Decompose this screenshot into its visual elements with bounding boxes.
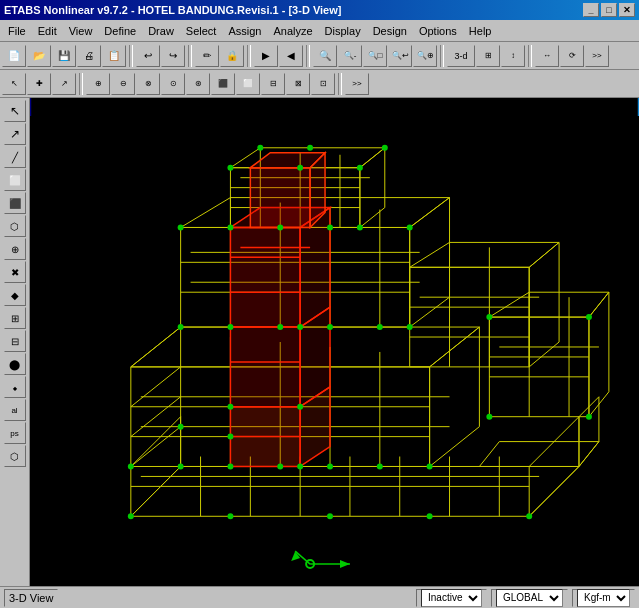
toolbar-row2: ↖ ✚ ↗ ⊕ ⊖ ⊗ ⊙ ⊛ ⬛ ⬜ ⊟ ⊠ ⊡ >> — [0, 70, 639, 98]
menu-analyze[interactable]: Analyze — [267, 23, 318, 39]
tb-undo[interactable]: ↩ — [136, 45, 160, 67]
lt-add[interactable]: ⊕ — [4, 238, 26, 260]
svg-point-84 — [227, 464, 233, 470]
tb2-select-prop[interactable]: ↗ — [52, 73, 76, 95]
tb2-snap9[interactable]: ⊠ — [286, 73, 310, 95]
tb2-snap5[interactable]: ⊛ — [186, 73, 210, 95]
menu-file[interactable]: File — [2, 23, 32, 39]
svg-point-89 — [128, 464, 134, 470]
lt-al[interactable]: al — [4, 399, 26, 421]
tb-zoom-fit[interactable]: 🔍⊕ — [413, 45, 437, 67]
svg-point-112 — [327, 513, 333, 519]
lt-draw-node[interactable]: ⬡ — [4, 215, 26, 237]
menu-help[interactable]: Help — [463, 23, 498, 39]
toolbar-row1: 📄 📂 💾 🖨 📋 ↩ ↪ ✏ 🔒 ▶ ◀ 🔍 🔍- 🔍□ 🔍↩ 🔍⊕ 3-d … — [0, 42, 639, 70]
global-select[interactable]: GLOBAL LOCAL — [496, 589, 563, 607]
svg-point-118 — [227, 404, 233, 410]
tb2-snap10[interactable]: ⊡ — [311, 73, 335, 95]
tb-print-model[interactable]: 🖨 — [77, 45, 101, 67]
tb-pen[interactable]: ✏ — [195, 45, 219, 67]
lt-grid[interactable]: ⊞ — [4, 307, 26, 329]
svg-point-121 — [486, 314, 492, 320]
tb-plan[interactable]: ⊞ — [476, 45, 500, 67]
menu-options[interactable]: Options — [413, 23, 463, 39]
tb-elev[interactable]: ↕ — [501, 45, 525, 67]
tb2-snap1[interactable]: ⊕ — [86, 73, 110, 95]
menu-display[interactable]: Display — [319, 23, 367, 39]
svg-point-100 — [277, 224, 283, 230]
tb-rotate[interactable]: ⟳ — [560, 45, 584, 67]
svg-point-98 — [178, 224, 184, 230]
tb-back[interactable]: ◀ — [279, 45, 303, 67]
view-label-section: 3-D View — [4, 589, 58, 607]
svg-point-114 — [526, 513, 532, 519]
tb2-select-all[interactable]: ✚ — [27, 73, 51, 95]
tb2-snap2[interactable]: ⊖ — [111, 73, 135, 95]
building-3d-view — [30, 98, 639, 586]
tb-open[interactable]: 📂 — [27, 45, 51, 67]
svg-point-119 — [486, 414, 492, 420]
tb-3d[interactable]: 3-d — [447, 45, 475, 67]
tb2-select[interactable]: ↖ — [2, 73, 26, 95]
tb-zoom-in[interactable]: 🔍 — [313, 45, 337, 67]
svg-point-109 — [382, 145, 388, 151]
tb2-snap8[interactable]: ⊟ — [261, 73, 285, 95]
menu-draw[interactable]: Draw — [142, 23, 180, 39]
lt-diamond[interactable]: ◆ — [4, 284, 26, 306]
lt-minus[interactable]: ⊟ — [4, 330, 26, 352]
menu-design[interactable]: Design — [367, 23, 413, 39]
lt-pointer[interactable]: ↖ — [4, 100, 26, 122]
menu-assign[interactable]: Assign — [222, 23, 267, 39]
lt-draw-area[interactable]: ⬛ — [4, 192, 26, 214]
lt-ps[interactable]: ps — [4, 422, 26, 444]
tb2-more[interactable]: >> — [345, 73, 369, 95]
svg-point-107 — [257, 145, 263, 151]
menu-view[interactable]: View — [63, 23, 99, 39]
sep7 — [79, 73, 83, 95]
svg-point-90 — [178, 424, 184, 430]
menu-edit[interactable]: Edit — [32, 23, 63, 39]
tb-zoom-out[interactable]: 🔍- — [338, 45, 362, 67]
lt-draw-line[interactable]: ╱ — [4, 146, 26, 168]
svg-point-86 — [327, 464, 333, 470]
svg-marker-71 — [230, 327, 300, 407]
close-button[interactable]: ✕ — [619, 3, 635, 17]
lt-circle[interactable]: ⬤ — [4, 353, 26, 375]
tb-more1[interactable]: >> — [585, 45, 609, 67]
status-select[interactable]: Inactive Active — [421, 589, 482, 607]
tb-new[interactable]: 📄 — [2, 45, 26, 67]
svg-point-96 — [377, 324, 383, 330]
svg-point-115 — [297, 464, 303, 470]
left-toolbar: ↖ ↗ ╱ ⬜ ⬛ ⬡ ⊕ ✖ ◆ ⊞ ⊟ ⬤ ⬥ al ps ⬡ — [0, 98, 30, 586]
units-select[interactable]: Kgf-m kN-m lb-ft — [577, 589, 630, 607]
title-bar: ETABS Nonlinear v9.7.2 - HOTEL BANDUNG.R… — [0, 0, 639, 20]
sep3 — [247, 45, 251, 67]
svg-point-101 — [327, 224, 333, 230]
maximize-button[interactable]: □ — [601, 3, 617, 17]
tb2-snap7[interactable]: ⬜ — [236, 73, 260, 95]
tb-move[interactable]: ↔ — [535, 45, 559, 67]
lt-diamond2[interactable]: ⬥ — [4, 376, 26, 398]
lt-hex[interactable]: ⬡ — [4, 445, 26, 467]
lt-draw-rect[interactable]: ⬜ — [4, 169, 26, 191]
tb-zoom-prev[interactable]: 🔍↩ — [388, 45, 412, 67]
sep6 — [528, 45, 532, 67]
minimize-button[interactable]: _ — [583, 3, 599, 17]
tb-redo[interactable]: ↪ — [161, 45, 185, 67]
tb2-snap3[interactable]: ⊗ — [136, 73, 160, 95]
sep4 — [306, 45, 310, 67]
tb-zoom-window[interactable]: 🔍□ — [363, 45, 387, 67]
svg-point-104 — [227, 165, 233, 171]
menu-define[interactable]: Define — [98, 23, 142, 39]
lt-delete[interactable]: ✖ — [4, 261, 26, 283]
tb-lock[interactable]: 🔒 — [220, 45, 244, 67]
tb-save[interactable]: 💾 — [52, 45, 76, 67]
tb2-snap6[interactable]: ⬛ — [211, 73, 235, 95]
tb2-snap4[interactable]: ⊙ — [161, 73, 185, 95]
svg-point-117 — [297, 324, 303, 330]
tb-print-tables[interactable]: 📋 — [102, 45, 126, 67]
tb-run[interactable]: ▶ — [254, 45, 278, 67]
menu-select[interactable]: Select — [180, 23, 223, 39]
lt-pointer2[interactable]: ↗ — [4, 123, 26, 145]
svg-point-116 — [297, 404, 303, 410]
